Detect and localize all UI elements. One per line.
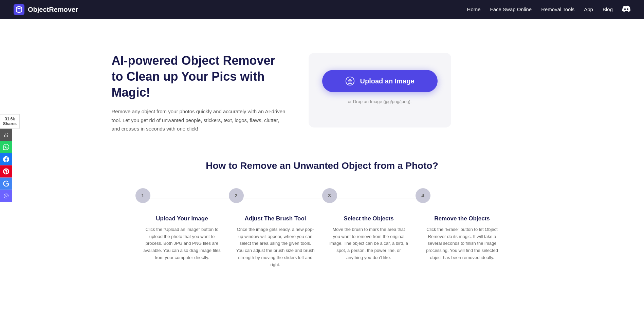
step-3-title: Select the Objects [344, 215, 393, 222]
facebook-icon [3, 156, 9, 162]
step-4-title: Remove the Objects [434, 215, 490, 222]
google-icon [3, 180, 9, 186]
hero-description: Remove any object from your photos quick… [112, 107, 288, 133]
step-2-circle-wrapper: 2 [229, 188, 322, 209]
email-button[interactable]: @ [0, 190, 12, 202]
google-button[interactable] [0, 177, 12, 190]
upload-button[interactable]: Upload an Image [322, 70, 438, 92]
step-2-circle: 2 [229, 188, 244, 203]
step-2: Adjust The Brush Tool Once the image get… [229, 215, 322, 269]
hero-title: AI-powered Object Remover to Clean up Yo… [112, 53, 288, 100]
connector-2 [244, 198, 322, 198]
nav-app[interactable]: App [584, 6, 593, 12]
nav-discord[interactable] [622, 8, 630, 14]
step-1-circle-wrapper: 1 [135, 188, 229, 209]
step-4: Remove the Objects Click the "Erase" but… [416, 215, 509, 261]
step-4-circle: 4 [416, 188, 430, 203]
facebook-button[interactable] [0, 153, 12, 165]
upload-card: Upload an Image or Drop an Image (jpg/pn… [309, 53, 451, 127]
step-4-circle-wrapper: 4 [416, 188, 509, 209]
drop-hint: or Drop an Image (jpg/png/jpeg): [348, 99, 412, 104]
nav-home[interactable]: Home [467, 6, 481, 12]
steps-circles-row: 1 2 3 4 [135, 188, 509, 209]
step-1-title: Upload Your Image [156, 215, 208, 222]
social-count: 31.6k Shares [0, 114, 20, 129]
logo-icon [14, 4, 24, 15]
main-wrapper: AI-powered Object Remover to Clean up Yo… [85, 19, 560, 302]
step-1: Upload Your Image Click the "Upload an i… [135, 215, 229, 261]
pinterest-button[interactable] [0, 165, 12, 177]
nav-removal-tools[interactable]: Removal Tools [541, 6, 574, 12]
nav-blog[interactable]: Blog [603, 6, 613, 12]
step-2-desc: Once the image gets ready, a new pop-up … [236, 226, 315, 269]
step-3-circle: 3 [322, 188, 337, 203]
whatsapp-icon [3, 144, 9, 150]
upload-button-label: Upload an Image [360, 77, 414, 85]
navbar: ObjectRemover Home Face Swap Online Remo… [0, 0, 644, 19]
steps-text-row: Upload Your Image Click the "Upload an i… [135, 215, 509, 269]
step-2-title: Adjust The Brush Tool [244, 215, 306, 222]
step-3-desc: Move the brush to mark the area that you… [329, 226, 409, 261]
step-3: Select the Objects Move the brush to mar… [322, 215, 416, 261]
social-shares-label: Shares [3, 121, 17, 126]
discord-icon [622, 5, 630, 13]
step-1-circle: 1 [135, 188, 150, 203]
step-4-desc: Click the "Erase" button to let Object R… [422, 226, 502, 261]
logo-text: ObjectRemover [28, 6, 78, 14]
social-count-number: 31.6k [3, 117, 17, 121]
whatsapp-button[interactable] [0, 141, 12, 153]
step-1-desc: Click the "Upload an image" button to up… [142, 226, 222, 261]
connector-3 [337, 198, 416, 198]
logo-link[interactable]: ObjectRemover [14, 4, 78, 15]
how-to-title: How to Remove an Unwanted Object from a … [112, 160, 533, 171]
nav-face-swap[interactable]: Face Swap Online [490, 6, 532, 12]
hero-section: AI-powered Object Remover to Clean up Yo… [112, 39, 533, 133]
upload-icon [345, 76, 355, 86]
how-to-section: How to Remove an Unwanted Object from a … [112, 160, 533, 282]
hero-text: AI-powered Object Remover to Clean up Yo… [112, 53, 288, 133]
social-sidebar: 31.6k Shares 🖨 @ [0, 114, 20, 202]
pinterest-icon [3, 168, 9, 174]
step-3-circle-wrapper: 3 [322, 188, 416, 209]
print-button[interactable]: 🖨 [0, 129, 12, 141]
nav-links: Home Face Swap Online Removal Tools App … [467, 5, 630, 14]
connector-1 [150, 198, 229, 198]
